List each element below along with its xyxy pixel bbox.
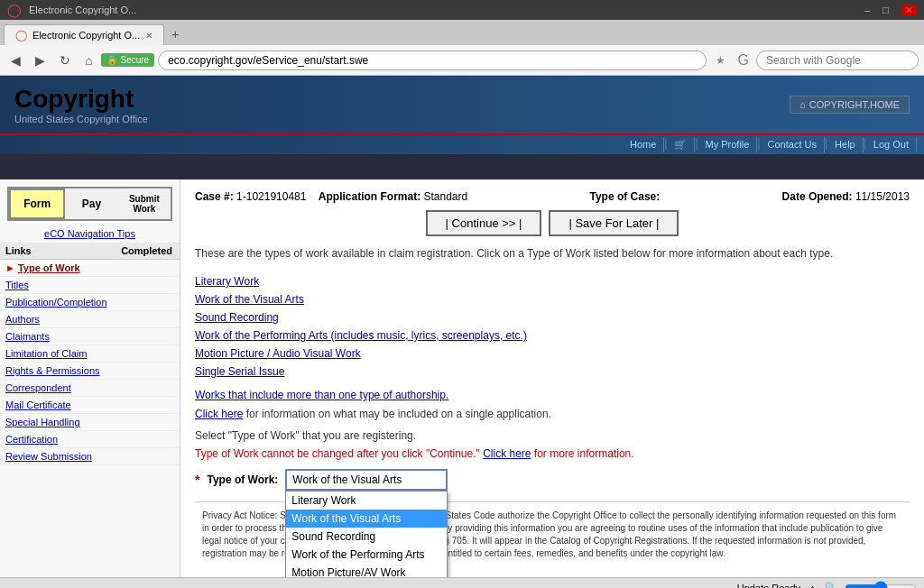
click-here-single-app[interactable]: Click here [195, 408, 243, 420]
sidebar-item-titles[interactable]: Titles [5, 280, 29, 290]
browser-title: Electronic Copyright O... [29, 5, 136, 15]
dark-nav-bar [0, 154, 924, 179]
lock-icon: 🔒 [106, 55, 117, 65]
nav-cart[interactable]: 🛒 [667, 137, 695, 152]
work-type-sound-recording[interactable]: Sound Recording [195, 308, 910, 326]
sidebar-item-authors[interactable]: Authors [5, 314, 40, 325]
logo-subtitle: United States Copyright Office [14, 114, 148, 124]
logo-copyright-text: Copyright [14, 85, 148, 114]
sidebar-item-limitation-of-claim[interactable]: Limitation of Claim [5, 348, 87, 359]
dropdown-option[interactable]: Work of the Performing Arts [286, 546, 447, 564]
site-logo: Copyright United States Copyright Office [14, 85, 148, 124]
nav-my-profile[interactable]: My Profile [698, 137, 758, 152]
tab-label: Electronic Copyright O... [32, 30, 140, 41]
type-of-work-label: Type of Work: [207, 473, 278, 486]
work-type-literary-work[interactable]: Literary Work [195, 272, 910, 290]
sidebar-completed-header: Completed [116, 243, 180, 260]
new-tab-button[interactable]: + [164, 23, 186, 45]
url-bar[interactable] [158, 51, 706, 70]
nav-contact-us[interactable]: Contact Us [761, 137, 825, 152]
update-ready-text: Update Ready [737, 583, 800, 589]
sidebar-item-special-handling[interactable]: Special Handling [5, 417, 80, 427]
dropdown-option[interactable]: Literary Work [286, 492, 447, 510]
dropdown-option[interactable]: Work of the Visual Arts [286, 510, 447, 528]
select-instruction: Select "Type of Work" that you are regis… [195, 429, 910, 442]
zoom-icon: 🔍 [825, 582, 837, 588]
update-ready-icon: ▲ [808, 583, 818, 589]
sidebar-active-arrow: ► [5, 262, 15, 273]
work-type-single-serial-issue[interactable]: Single Serial Issue [195, 363, 910, 381]
required-star: * [195, 473, 199, 487]
description-text: These are the types of work available in… [195, 245, 910, 262]
home-icon: ⌂ [799, 99, 806, 110]
sidebar-item-claimants[interactable]: Claimants [5, 331, 50, 342]
sidebar-item-publication/completion[interactable]: Publication/Completion [5, 297, 107, 308]
continue-button[interactable]: | Continue >> | [426, 210, 542, 236]
multiple-types-link[interactable]: Works that include more than one type of… [195, 386, 910, 404]
sidebar-table: Links Completed ► Type of WorkTitlesPubl… [0, 243, 180, 465]
secure-badge: 🔒 Secure [101, 53, 154, 67]
sidebar: Form Pay Submit Work eCO Navigation Tips… [0, 179, 180, 577]
eco-nav-tips-link[interactable]: eCO Navigation Tips [7, 228, 172, 239]
type-of-work-row: * Type of Work: Literary WorkWork of the… [195, 469, 910, 491]
sidebar-item-mail-certificate[interactable]: Mail Certificate [5, 400, 71, 410]
work-type-links: Literary WorkWork of the Visual ArtsSoun… [195, 272, 910, 381]
copyright-home-button[interactable]: ⌂ COPYRIGHT.HOME [790, 96, 910, 114]
back-button[interactable]: ◀ [5, 51, 26, 69]
sidebar-item-correspondent[interactable]: Correspondent [5, 382, 71, 393]
dropdown-option[interactable]: Sound Recording [286, 528, 447, 546]
sidebar-item-review-submission[interactable]: Review Submission [5, 451, 92, 462]
action-buttons: | Continue >> | | Save For Later | [195, 210, 910, 236]
sidebar-links-header: Links [0, 243, 116, 260]
submit-work-button[interactable]: Submit Work [118, 188, 171, 219]
bookmark-icon[interactable]: ★ [710, 52, 731, 69]
dropdown-option[interactable]: Motion Picture/AV Work [286, 564, 447, 577]
google-icon: G [735, 52, 753, 69]
zoom-slider[interactable] [845, 581, 917, 589]
work-type-work-of-the-performing-arts-includes-music-lyrics-screenplays-etc[interactable]: Work of the Performing Arts (includes mu… [195, 326, 910, 345]
work-type-motion-picture--audio-visual-work[interactable]: Motion Picture / Audio Visual Work [195, 345, 910, 363]
search-input[interactable] [756, 51, 919, 70]
home-button[interactable]: ⌂ [79, 51, 97, 69]
refresh-button[interactable]: ↻ [54, 51, 76, 69]
warning-click-here[interactable]: Click here [483, 447, 531, 460]
save-for-later-button[interactable]: | Save For Later | [549, 210, 679, 236]
sidebar-item-type-of-work[interactable]: Type of Work [18, 262, 80, 273]
case-info: Case #: 1-1021910481 Application Format:… [195, 190, 910, 203]
workflow-buttons: Form Pay Submit Work [7, 187, 172, 221]
main-content: Case #: 1-1021910481 Application Format:… [180, 179, 924, 577]
type-of-work-select[interactable]: Literary WorkWork of the Visual ArtsSoun… [285, 469, 448, 491]
nav-home[interactable]: Home [623, 137, 664, 152]
nav-help[interactable]: Help [827, 137, 864, 152]
browser-tab[interactable]: ◯ Electronic Copyright O... ✕ [4, 24, 164, 45]
sidebar-item-rights-&-permissions[interactable]: Rights & Permissions [5, 365, 100, 376]
status-bar: Update Ready ▲ 🔍 [0, 577, 924, 588]
type-of-work-dropdown[interactable]: Literary WorkWork of the Visual ArtsSoun… [285, 491, 448, 577]
tab-close-btn[interactable]: ✕ [145, 31, 152, 41]
work-type-work-of-the-visual-arts[interactable]: Work of the Visual Arts [195, 290, 910, 308]
nav-log-out[interactable]: Log Out [866, 137, 917, 152]
sidebar-item-certification[interactable]: Certification [5, 434, 58, 445]
warning-text: Type of Work cannot be changed after you… [195, 447, 910, 460]
form-button[interactable]: Form [9, 188, 65, 219]
select-wrapper: Literary WorkWork of the Visual ArtsSoun… [285, 469, 448, 491]
pay-button[interactable]: Pay [65, 188, 117, 219]
forward-button[interactable]: ▶ [30, 51, 51, 69]
